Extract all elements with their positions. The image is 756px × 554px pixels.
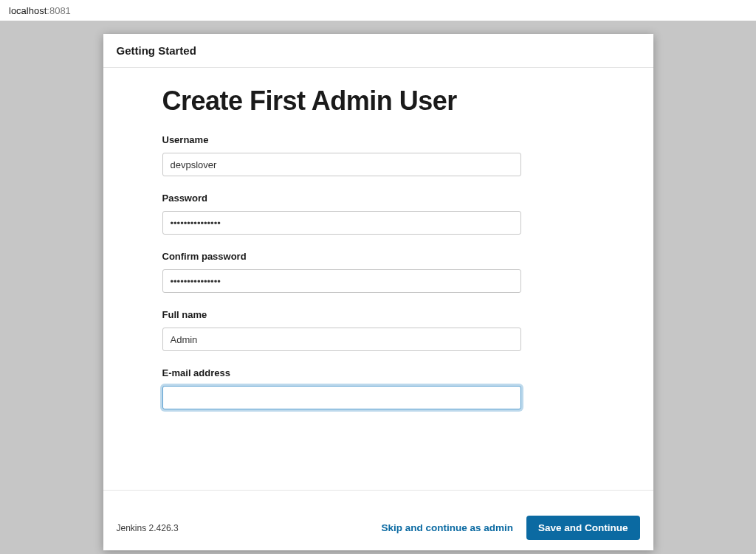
wizard-footer: Jenkins 2.426.3 Skip and continue as adm… xyxy=(103,490,653,550)
full-name-label: Full name xyxy=(162,309,594,320)
wizard-body: Create First Admin User Username Passwor… xyxy=(103,68,653,490)
footer-bottom: Jenkins 2.426.3 Skip and continue as adm… xyxy=(117,501,640,540)
email-label: E-mail address xyxy=(162,367,594,378)
username-input[interactable] xyxy=(162,153,521,176)
address-bar[interactable]: localhost:8081 xyxy=(0,0,756,21)
wizard-header: Getting Started xyxy=(103,34,653,68)
form-group-password: Password xyxy=(162,193,594,235)
address-host: localhost xyxy=(9,5,47,16)
password-label: Password xyxy=(162,193,594,204)
form-group-confirm-password: Confirm password xyxy=(162,251,594,293)
save-and-continue-button[interactable]: Save and Continue xyxy=(526,516,640,540)
page-title: Create First Admin User xyxy=(162,86,594,117)
email-input[interactable] xyxy=(162,386,521,409)
form-group-full-name: Full name xyxy=(162,309,594,351)
page-background: Getting Started Create First Admin User … xyxy=(0,21,756,554)
address-port: :8081 xyxy=(47,5,71,16)
full-name-input[interactable] xyxy=(162,328,521,351)
footer-actions: Skip and continue as admin Save and Cont… xyxy=(378,516,639,540)
form-group-username: Username xyxy=(162,134,594,176)
form-group-email: E-mail address xyxy=(162,367,594,409)
version-text: Jenkins 2.426.3 xyxy=(117,523,179,533)
confirm-password-input[interactable] xyxy=(162,269,521,293)
wizard-card: Getting Started Create First Admin User … xyxy=(103,34,653,550)
username-label: Username xyxy=(162,134,594,145)
password-input[interactable] xyxy=(162,211,521,235)
confirm-password-label: Confirm password xyxy=(162,251,594,262)
skip-button[interactable]: Skip and continue as admin xyxy=(378,518,516,538)
